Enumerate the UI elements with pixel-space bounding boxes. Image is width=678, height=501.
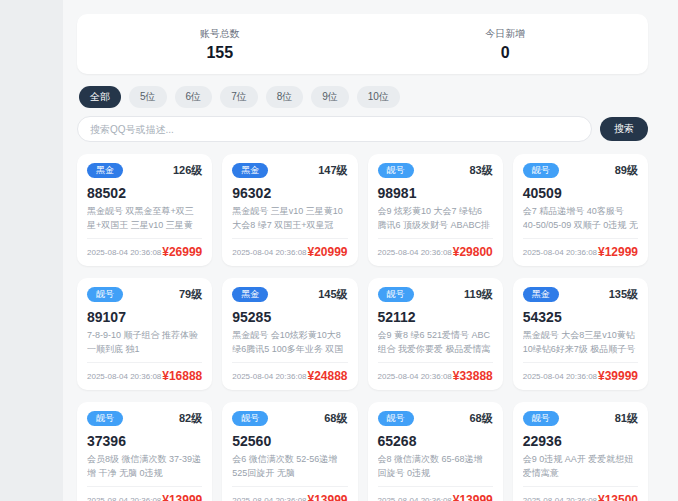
stat-new-value: 0 xyxy=(485,44,525,62)
search-button[interactable]: 搜索 xyxy=(600,117,648,141)
account-description: 7-8-9-10 顺子组合 推荐体验 一顺到底 独1 xyxy=(87,329,202,358)
filter-tabs: 全部5位6位7位8位9位10位 xyxy=(79,86,648,108)
account-card[interactable]: 靓号68级65268会8 微信满次数 65-68递增 回旋号 0违规2025-0… xyxy=(368,402,503,501)
account-card[interactable]: 黑金145级95285黑金靓号 会10炫彩黄10大8绿6腾讯5 100多年业务 … xyxy=(222,278,357,390)
card-footer: 2025-08-04 20:36:08¥13999 xyxy=(378,486,493,501)
account-type-badge: 靓号 xyxy=(523,163,559,178)
account-description: 会9 炫彩黄10 大会7 绿钻6 腾讯6 顶级发财号 ABABC排列寓意 无脑 xyxy=(378,205,493,234)
listing-date: 2025-08-04 20:36:08 xyxy=(232,496,306,501)
account-type-badge: 靓号 xyxy=(378,287,414,302)
price: ¥26999 xyxy=(162,245,202,259)
card-header: 黑金147级 xyxy=(232,163,347,178)
listing-date: 2025-08-04 20:36:08 xyxy=(523,496,597,501)
account-level: 68级 xyxy=(324,411,347,426)
account-type-badge: 靓号 xyxy=(378,163,414,178)
stat-total-accounts: 账号总数 155 xyxy=(200,27,240,62)
account-card[interactable]: 靓号89级40509会7 精品递增号 40客服号 40-50/05-09 双顺子… xyxy=(513,154,648,266)
listing-date: 2025-08-04 20:36:08 xyxy=(87,248,161,257)
account-level: 145级 xyxy=(318,287,347,302)
card-footer: 2025-08-04 20:36:08¥13999 xyxy=(87,486,202,501)
account-card[interactable]: 黑金147级96302黑金靓号 三星v10 三星黄10 大会8 绿7 双国王+双… xyxy=(222,154,357,266)
account-number: 52560 xyxy=(232,433,347,449)
card-footer: 2025-08-04 20:36:08¥13999 xyxy=(232,486,347,501)
account-description: 会员8级 微信满次数 37-39递增 干净 无脑 0违规 xyxy=(87,453,202,482)
stat-total-value: 155 xyxy=(200,44,240,62)
filter-tab[interactable]: 5位 xyxy=(129,86,167,108)
listing-date: 2025-08-04 20:36:08 xyxy=(378,372,452,381)
account-description: 会9 黄8 绿6 521爱情号 ABC组合 我爱你要爱 极品爱情寓意 无脑 xyxy=(378,329,493,358)
account-description: 会9 0违规 AA开 爱爱就想妞 爱情寓意 xyxy=(523,453,638,482)
listing-date: 2025-08-04 20:36:08 xyxy=(378,496,452,501)
account-type-badge: 靓号 xyxy=(232,411,268,426)
account-number: 22936 xyxy=(523,433,638,449)
account-type-badge: 黑金 xyxy=(232,163,268,178)
card-grid: 黑金126级88502黑金靓号 双黑金至尊+双三星+双国王 三星v10 三星黄1… xyxy=(77,154,648,501)
search-input[interactable] xyxy=(77,116,592,142)
account-card[interactable]: 靓号82级37396会员8级 微信满次数 37-39递增 干净 无脑 0违规20… xyxy=(77,402,212,501)
account-level: 89级 xyxy=(615,163,638,178)
account-level: 119级 xyxy=(464,287,493,302)
account-card[interactable]: 黑金135级54325黑金靓号 大会8三星v10黄钻10绿钻6好来7级 极品顺子… xyxy=(513,278,648,390)
account-number: 96302 xyxy=(232,185,347,201)
card-footer: 2025-08-04 20:36:08¥12999 xyxy=(523,238,638,259)
account-type-badge: 黑金 xyxy=(523,287,559,302)
filter-tab[interactable]: 全部 xyxy=(79,86,121,108)
card-header: 靓号83级 xyxy=(378,163,493,178)
price: ¥39999 xyxy=(598,369,638,383)
account-type-badge: 靓号 xyxy=(378,411,414,426)
card-footer: 2025-08-04 20:36:08¥24888 xyxy=(232,362,347,383)
account-number: 54325 xyxy=(523,309,638,325)
account-level: 81级 xyxy=(615,411,638,426)
price: ¥13999 xyxy=(453,493,493,501)
card-footer: 2025-08-04 20:36:08¥20999 xyxy=(232,238,347,259)
account-type-badge: 靓号 xyxy=(87,411,123,426)
card-header: 靓号68级 xyxy=(232,411,347,426)
stat-new-today: 今日新增 0 xyxy=(485,27,525,62)
listing-date: 2025-08-04 20:36:08 xyxy=(378,248,452,257)
account-card[interactable]: 靓号68级52560会6 微信满次数 52-56递增 525回旋开 无脑2025… xyxy=(222,402,357,501)
account-level: 68级 xyxy=(470,411,493,426)
card-header: 靓号82级 xyxy=(87,411,202,426)
filter-tab[interactable]: 8位 xyxy=(266,86,304,108)
account-description: 黑金靓号 会10炫彩黄10大8绿6腾讯5 100多年业务 双国王+双皇冠 无脑 … xyxy=(232,329,347,358)
account-number: 37396 xyxy=(87,433,202,449)
price: ¥29800 xyxy=(453,245,493,259)
price: ¥13500 xyxy=(598,493,638,501)
card-footer: 2025-08-04 20:36:08¥26999 xyxy=(87,238,202,259)
stats-card: 账号总数 155 今日新增 0 xyxy=(77,14,648,74)
listing-date: 2025-08-04 20:36:08 xyxy=(523,248,597,257)
search-row: 搜索 xyxy=(77,116,648,142)
filter-tab[interactable]: 7位 xyxy=(220,86,258,108)
account-number: 98981 xyxy=(378,185,493,201)
card-header: 靓号68级 xyxy=(378,411,493,426)
account-description: 黑金靓号 双黑金至尊+双三星+双国王 三星v10 三星黄10 大会8 业务久久 … xyxy=(87,205,202,234)
filter-tab[interactable]: 9位 xyxy=(311,86,349,108)
account-card[interactable]: 靓号79级891077-8-9-10 顺子组合 推荐体验 一顺到底 独12025… xyxy=(77,278,212,390)
account-card[interactable]: 靓号81级22936会9 0违规 AA开 爱爱就想妞 爱情寓意2025-08-0… xyxy=(513,402,648,501)
card-header: 黑金145级 xyxy=(232,287,347,302)
card-footer: 2025-08-04 20:36:08¥16888 xyxy=(87,362,202,383)
account-level: 147级 xyxy=(318,163,347,178)
card-header: 靓号89级 xyxy=(523,163,638,178)
account-description: 黑金靓号 大会8三星v10黄钻10绿钻6好来7级 极品顺子号 极品准全顺 无脑干… xyxy=(523,329,638,358)
card-header: 黑金126级 xyxy=(87,163,202,178)
filter-tab[interactable]: 6位 xyxy=(175,86,213,108)
account-type-badge: 黑金 xyxy=(87,163,123,178)
account-level: 79级 xyxy=(179,287,202,302)
account-card[interactable]: 靓号83级98981会9 炫彩黄10 大会7 绿钻6 腾讯6 顶级发财号 ABA… xyxy=(368,154,503,266)
price: ¥24888 xyxy=(307,369,347,383)
price: ¥12999 xyxy=(598,245,638,259)
account-description: 会7 精品递增号 40客服号 40-50/05-09 双顺子 0违规 无脑 xyxy=(523,205,638,234)
card-footer: 2025-08-04 20:36:08¥13500 xyxy=(523,486,638,501)
price: ¥13999 xyxy=(307,493,347,501)
card-header: 黑金135级 xyxy=(523,287,638,302)
price: ¥20999 xyxy=(307,245,347,259)
account-number: 65268 xyxy=(378,433,493,449)
account-card[interactable]: 黑金126级88502黑金靓号 双黑金至尊+双三星+双国王 三星v10 三星黄1… xyxy=(77,154,212,266)
account-card[interactable]: 靓号119级52112会9 黄8 绿6 521爱情号 ABC组合 我爱你要爱 极… xyxy=(368,278,503,390)
price: ¥33888 xyxy=(453,369,493,383)
filter-tab[interactable]: 10位 xyxy=(357,86,400,108)
listing-date: 2025-08-04 20:36:08 xyxy=(232,372,306,381)
card-footer: 2025-08-04 20:36:08¥29800 xyxy=(378,238,493,259)
listing-date: 2025-08-04 20:36:08 xyxy=(87,372,161,381)
